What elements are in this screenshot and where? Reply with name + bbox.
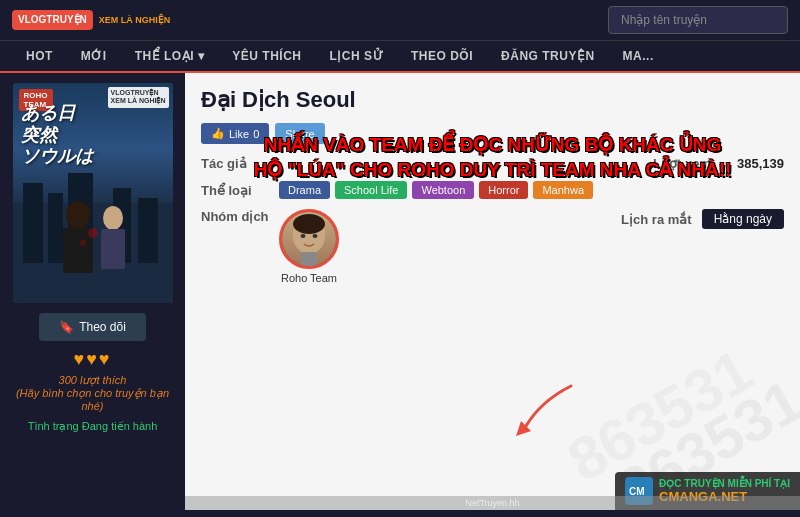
bookmark-icon: 🔖 [59, 320, 74, 334]
nav-item-lichsu[interactable]: LỊCH SỬ [316, 41, 398, 71]
svg-rect-17 [301, 252, 317, 266]
hearts-rating[interactable]: ♥♥♥ [73, 349, 111, 370]
tags-row: Drama School Life Webtoon Horror Manhwa [279, 181, 593, 199]
logo-text: XEM LÀ NGHIỆN [99, 15, 171, 25]
svg-point-10 [88, 228, 98, 238]
tag-manhwa[interactable]: Manhwa [533, 181, 593, 199]
svg-point-14 [293, 214, 325, 234]
theo-doi-button[interactable]: 🔖 Theo dõi [39, 313, 146, 341]
search-input[interactable] [608, 6, 788, 34]
the-loai-row: Thể loại Drama School Life Webtoon Horro… [201, 181, 784, 199]
nhom-dich-row: Nhóm dịch [201, 209, 784, 284]
logo-area: VLOGTRUYỆN XEM LÀ NGHIỆN [12, 10, 170, 30]
nav-item-theodoi[interactable]: THEO DÕI [397, 41, 487, 71]
svg-point-6 [66, 201, 90, 229]
svg-rect-5 [138, 198, 158, 263]
nav-item-ma[interactable]: MA... [609, 41, 668, 71]
team-avatar[interactable] [279, 209, 339, 269]
arrow-icon [511, 381, 581, 441]
lich-ra-mat-label: Lịch ra mắt [621, 212, 692, 227]
overlay-line1: NHẤN VÀO TEAM ĐỂ ĐỌC NHỮNG BỘ KHÁC ỦNG [195, 133, 790, 158]
logo-icon: VLOGTRUYỆN [12, 10, 93, 30]
svg-point-15 [301, 234, 306, 238]
svg-point-11 [80, 240, 86, 246]
overlay-promo-text: NHẤN VÀO TEAM ĐỂ ĐỌC NHỮNG BỘ KHÁC ỦNG H… [195, 133, 790, 182]
nav-item-theloai[interactable]: THỂ LOẠI ▾ [121, 41, 219, 71]
header: VLOGTRUYỆN XEM LÀ NGHIỆN [0, 0, 800, 41]
team-name: Roho Team [281, 272, 337, 284]
nav-item-dangtruyen[interactable]: ĐĂNG TRUYỆN [487, 41, 609, 71]
hang-ngay-badge: Hằng ngày [702, 209, 784, 229]
content-panel: Đại Dịch Seoul 👍 Like 0 Share NHẤN VÀO T… [185, 73, 800, 510]
svg-point-8 [103, 206, 123, 230]
nhom-dich-label: Nhóm dịch [201, 209, 271, 224]
team-info: Roho Team [279, 209, 339, 284]
tag-webtoon[interactable]: Webtoon [412, 181, 474, 199]
cover-panel: ROHOTEAM VLOGTRUYỆNXEM LÀ NGHIỆN ある日突然ソウ… [0, 73, 185, 510]
net-label: NetTruyen.hh [185, 496, 800, 510]
cover-logo-small: VLOGTRUYỆNXEM LÀ NGHIỆN [108, 87, 169, 108]
tag-school[interactable]: School Life [335, 181, 407, 199]
svg-rect-2 [48, 193, 63, 263]
team-avatar-face [282, 212, 336, 266]
main-content: ROHOTEAM VLOGTRUYỆNXEM LÀ NGHIỆN ある日突然ソウ… [0, 73, 800, 510]
tag-horror[interactable]: Horror [479, 181, 528, 199]
nav-item-hot[interactable]: HOT [12, 41, 67, 71]
manga-title: Đại Dịch Seoul [201, 87, 784, 113]
nav-item-yeuthich[interactable]: YÊU THÍCH [218, 41, 315, 71]
luot-thich: 300 lượt thích (Hãy bình chọn cho truyện… [10, 374, 175, 412]
svg-rect-9 [101, 229, 125, 269]
svg-rect-1 [23, 183, 43, 263]
book-cover: ROHOTEAM VLOGTRUYỆNXEM LÀ NGHIỆN ある日突然ソウ… [13, 83, 173, 303]
tag-drama[interactable]: Drama [279, 181, 330, 199]
nav-item-moi[interactable]: MỚI [67, 41, 121, 71]
cover-image: ROHOTEAM VLOGTRUYỆNXEM LÀ NGHIỆN ある日突然ソウ… [13, 83, 173, 303]
overlay-line2: HỘ "LÚA" CHO ROHO DUY TRÌ TEAM NHA CẢ NH… [195, 158, 790, 183]
nav: HOT MỚI THỂ LOẠI ▾ YÊU THÍCH LỊCH SỬ THE… [0, 41, 800, 73]
tinh-trang: Tình trạng Đang tiến hành [28, 420, 158, 433]
svg-point-16 [313, 234, 318, 238]
the-loai-label: Thể loại [201, 183, 271, 198]
